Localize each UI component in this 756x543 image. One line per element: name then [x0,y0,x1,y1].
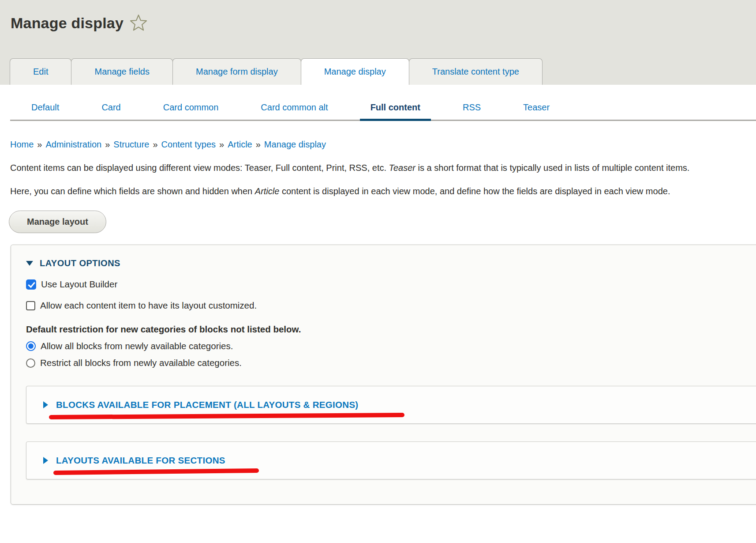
breadcrumb-separator: » [149,140,161,150]
breadcrumb-link-content-types[interactable]: Content types [161,140,216,150]
page-title: Manage display [11,15,124,32]
triangle-down-icon [26,261,33,266]
breadcrumb-link-article[interactable]: Article [228,140,252,150]
view-mode-tab-rss[interactable]: RSS [452,102,491,120]
view-mode-tab-full-content[interactable]: Full content [360,102,431,120]
red-underline-annotation [53,468,260,475]
star-outline-icon[interactable] [130,14,147,32]
red-underline-annotation [49,412,406,420]
breadcrumb-link-home[interactable]: Home [10,140,34,150]
layouts-available-details: LAYOUTS AVAILABLE FOR SECTIONS [26,441,756,479]
view-mode-tab-card[interactable]: Card [91,102,131,120]
blocks-available-summary[interactable]: BLOCKS AVAILABLE FOR PLACEMENT (ALL LAYO… [43,400,753,410]
use-layout-builder-checkbox[interactable] [26,279,36,290]
restrict-all-blocks-radio[interactable] [26,358,35,368]
allow-all-blocks-radio[interactable] [26,341,36,351]
tab-manage-display[interactable]: Manage display [301,58,409,85]
tab-translate-content-type[interactable]: Translate content type [409,58,543,85]
allow-all-blocks-row: Allow all blocks from newly available ca… [26,341,756,351]
breadcrumb-separator: » [101,140,113,150]
view-mode-tab-teaser[interactable]: Teaser [513,102,560,120]
allow-custom-layout-row: Allow each content item to have its layo… [26,300,756,311]
breadcrumb-link-structure[interactable]: Structure [113,140,149,150]
view-mode-tab-default[interactable]: Default [21,102,70,120]
view-modes-description: Content items can be displayed using dif… [10,163,756,173]
tab-edit[interactable]: Edit [10,58,71,85]
breadcrumb: Home » Administration » Structure » Cont… [10,140,756,150]
restrict-all-blocks-label: Restrict all blocks from newly available… [40,358,242,368]
layout-options-fieldset: LAYOUT OPTIONS Use Layout Builder Allow … [11,245,756,505]
view-mode-tabs: Default Card Card common Card common alt… [10,85,756,121]
tab-manage-fields[interactable]: Manage fields [71,58,173,85]
breadcrumb-separator: » [34,140,45,150]
fields-description: Here, you can define which fields are sh… [10,186,756,196]
layouts-available-summary[interactable]: LAYOUTS AVAILABLE FOR SECTIONS [43,455,753,466]
breadcrumb-separator: » [216,140,228,150]
layout-options-legend: LAYOUT OPTIONS [40,258,120,268]
breadcrumb-link-manage-display[interactable]: Manage display [264,140,326,150]
allow-custom-layout-checkbox[interactable] [26,301,35,310]
primary-tabs: Edit Manage fields Manage form display M… [10,58,543,85]
default-restriction-heading: Default restriction for new categories o… [26,324,756,335]
use-layout-builder-row: Use Layout Builder [26,279,756,290]
allow-custom-layout-label: Allow each content item to have its layo… [40,300,257,311]
page-header: Manage display Edit Manage fields Manage… [0,0,756,85]
view-mode-tab-card-common-alt[interactable]: Card common alt [250,102,338,120]
breadcrumb-link-administration[interactable]: Administration [45,140,101,150]
restrict-all-blocks-row: Restrict all blocks from newly available… [26,358,756,368]
tab-manage-form-display[interactable]: Manage form display [172,58,301,85]
allow-all-blocks-label: Allow all blocks from newly available ca… [41,341,233,351]
blocks-available-summary-label: BLOCKS AVAILABLE FOR PLACEMENT (ALL LAYO… [56,400,359,410]
triangle-right-icon [43,401,48,408]
blocks-available-details: BLOCKS AVAILABLE FOR PLACEMENT (ALL LAYO… [26,386,756,424]
breadcrumb-separator: » [252,140,264,150]
use-layout-builder-label: Use Layout Builder [41,279,117,290]
layouts-available-summary-label: LAYOUTS AVAILABLE FOR SECTIONS [56,455,225,466]
view-mode-tab-card-common[interactable]: Card common [153,102,229,120]
triangle-right-icon [43,457,48,464]
manage-layout-button[interactable]: Manage layout [9,211,106,233]
layout-options-toggle[interactable]: LAYOUT OPTIONS [26,258,756,268]
